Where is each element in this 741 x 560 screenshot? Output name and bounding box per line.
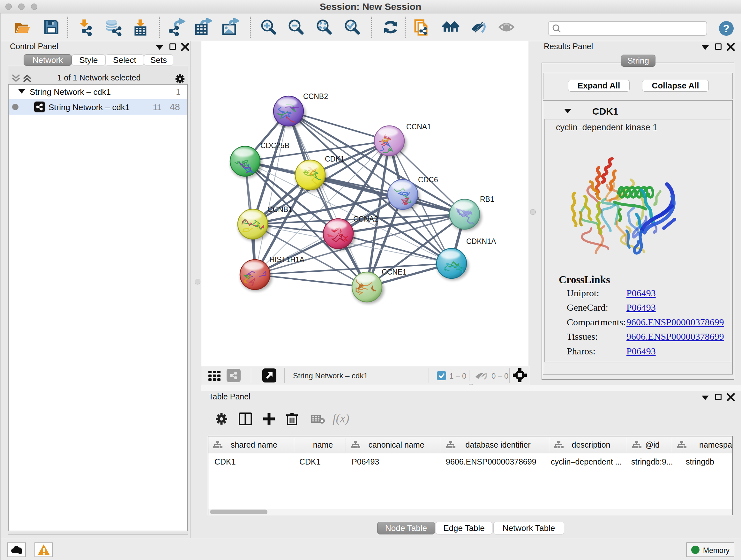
svg-text:CDKN1A: CDKN1A (466, 237, 496, 246)
svg-text:CDK1: CDK1 (325, 155, 344, 163)
svg-text:CCNE1: CCNE1 (382, 268, 407, 276)
svg-text:CCNB1: CCNB1 (267, 205, 292, 213)
svg-text:HIST1H1A: HIST1H1A (269, 255, 305, 264)
svg-text:RB1: RB1 (480, 195, 494, 203)
svg-text:CCNA2: CCNA2 (353, 215, 378, 223)
svg-text:CCNA1: CCNA1 (406, 123, 431, 131)
svg-text:CCNB2: CCNB2 (303, 92, 328, 101)
svg-text:CDC25B: CDC25B (260, 141, 289, 150)
svg-text:CDC6: CDC6 (418, 176, 438, 184)
